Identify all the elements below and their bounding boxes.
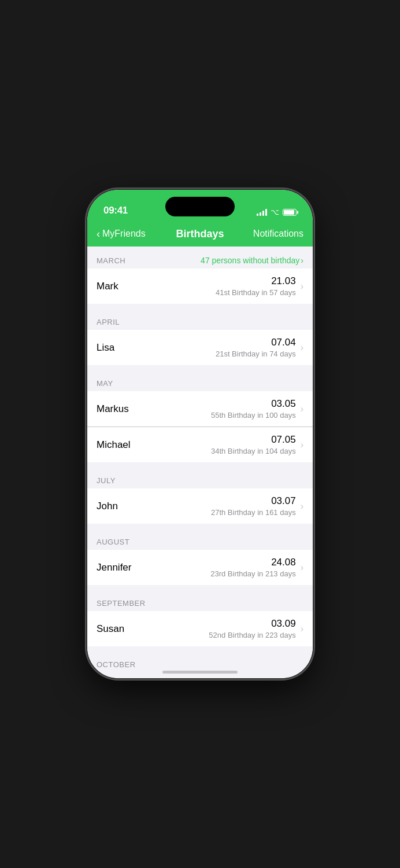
list-item[interactable]: Jennifer24.0823rd Birthday in 213 days› xyxy=(87,550,313,585)
list-item[interactable]: Susan03.0952nd Birthday in 223 days› xyxy=(87,611,313,646)
section-link-march[interactable]: 47 persons without birthday › xyxy=(201,256,303,265)
item-sub: 23rd Birthday in 213 days xyxy=(210,569,295,578)
chevron-right-icon: › xyxy=(301,624,303,634)
back-button[interactable]: ‹ MyFriends xyxy=(97,228,154,240)
item-right: 07.0421st Birthday in 74 days xyxy=(216,337,296,358)
list-group-march: Mark21.0341st Birthday in 57 days› xyxy=(87,269,313,304)
section-spacer xyxy=(87,524,313,528)
item-name: John xyxy=(97,501,211,512)
list-item[interactable]: Mark21.0341st Birthday in 57 days› xyxy=(87,269,313,304)
item-date: 24.08 xyxy=(271,557,296,568)
notifications-button[interactable]: Notifications xyxy=(246,229,303,239)
item-name: Lisa xyxy=(97,342,216,354)
section-header-october: OCTOBER xyxy=(87,651,313,672)
section-title-august: AUGUST xyxy=(97,538,129,546)
item-right: 07.0534th Birthday in 104 days xyxy=(211,434,296,455)
content-scroll[interactable]: MARCH47 persons without birthday ›Mark21… xyxy=(87,247,313,678)
status-time: 09:41 xyxy=(103,205,128,216)
chevron-right-icon: › xyxy=(301,343,303,353)
item-name: Susan xyxy=(97,623,209,635)
list-item[interactable]: Lisa07.0421st Birthday in 74 days› xyxy=(87,330,313,365)
section-title-april: APRIL xyxy=(97,318,120,326)
back-chevron-icon: ‹ xyxy=(97,228,100,240)
wifi-icon: ⌥ xyxy=(271,208,279,216)
item-date: 21.03 xyxy=(271,275,296,287)
list-item[interactable]: John03.0727th Birthday in 161 days› xyxy=(87,488,313,524)
back-label: MyFriends xyxy=(102,229,146,239)
section-spacer xyxy=(87,462,313,467)
item-name: Michael xyxy=(97,439,211,451)
chevron-right-icon: › xyxy=(301,281,303,292)
section-spacer xyxy=(87,585,313,590)
phone-frame: 09:41 ⌥ ‹ MyFriends Birthdays xyxy=(87,190,313,678)
list-item[interactable]: Michael07.0534th Birthday in 104 days› xyxy=(87,427,313,462)
status-icons: ⌥ xyxy=(257,208,297,216)
phone-screen: 09:41 ⌥ ‹ MyFriends Birthdays xyxy=(87,190,313,678)
nav-title: Birthdays xyxy=(154,228,246,240)
item-date: 03.07 xyxy=(271,495,296,507)
home-indicator xyxy=(162,671,238,674)
section-title-september: SEPTEMBER xyxy=(97,599,146,608)
list-group-july: John03.0727th Birthday in 161 days› xyxy=(87,488,313,524)
signal-icon xyxy=(257,209,267,216)
item-right: 03.0555th Birthday in 100 days xyxy=(211,398,296,420)
section-header-march: MARCH47 persons without birthday › xyxy=(87,247,313,269)
item-sub: 34th Birthday in 104 days xyxy=(211,447,296,455)
section-header-july: JULY xyxy=(87,467,313,488)
chevron-right-icon: › xyxy=(301,256,303,265)
chevron-right-icon: › xyxy=(301,501,303,512)
list-group-may: Markus03.0555th Birthday in 100 days›Mic… xyxy=(87,391,313,462)
item-sub: 52nd Birthday in 223 days xyxy=(209,631,295,639)
section-spacer xyxy=(87,646,313,651)
item-sub: 55th Birthday in 100 days xyxy=(211,411,296,420)
nav-bar: ‹ MyFriends Birthdays Notifications xyxy=(87,221,313,247)
item-right: 03.0727th Birthday in 161 days xyxy=(211,495,296,517)
section-header-august: AUGUST xyxy=(87,528,313,550)
item-name: Mark xyxy=(97,281,216,292)
dynamic-island xyxy=(165,197,235,216)
list-item[interactable]: Markus03.0555th Birthday in 100 days› xyxy=(87,391,313,427)
item-name: Markus xyxy=(97,403,211,415)
item-date: 03.05 xyxy=(271,398,296,410)
item-sub: 21st Birthday in 74 days xyxy=(216,350,296,358)
item-date: 07.05 xyxy=(271,434,296,446)
section-title-july: JULY xyxy=(97,476,116,485)
chevron-right-icon: › xyxy=(301,404,303,414)
item-date: 03.09 xyxy=(271,618,296,630)
item-date: 07.04 xyxy=(271,337,296,348)
list-group-august: Jennifer24.0823rd Birthday in 213 days› xyxy=(87,550,313,585)
item-right: 03.0952nd Birthday in 223 days xyxy=(209,618,295,639)
list-group-april: Lisa07.0421st Birthday in 74 days› xyxy=(87,330,313,365)
item-right: 24.0823rd Birthday in 213 days xyxy=(210,557,295,578)
section-header-april: APRIL xyxy=(87,308,313,330)
list-group-september: Susan03.0952nd Birthday in 223 days› xyxy=(87,611,313,646)
item-right: 21.0341st Birthday in 57 days xyxy=(216,275,296,297)
section-header-may: MAY xyxy=(87,370,313,391)
item-name: Jennifer xyxy=(97,562,210,573)
section-spacer xyxy=(87,304,313,308)
section-spacer xyxy=(87,365,313,370)
battery-icon xyxy=(283,209,297,216)
item-sub: 41st Birthday in 57 days xyxy=(216,288,296,297)
section-title-march: MARCH xyxy=(97,256,125,265)
section-header-september: SEPTEMBER xyxy=(87,590,313,611)
chevron-right-icon: › xyxy=(301,440,303,450)
item-sub: 27th Birthday in 161 days xyxy=(211,508,296,517)
section-title-may: MAY xyxy=(97,379,113,388)
chevron-right-icon: › xyxy=(301,562,303,573)
section-title-october: OCTOBER xyxy=(97,660,136,669)
